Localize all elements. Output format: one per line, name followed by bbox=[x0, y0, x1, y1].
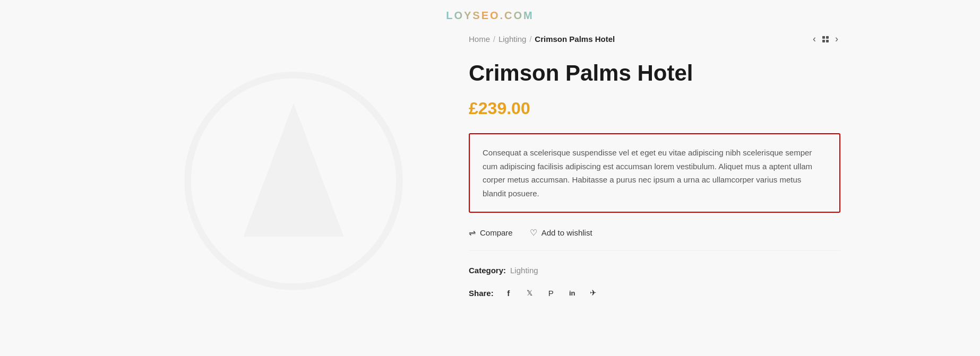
grid-dot-1 bbox=[822, 36, 825, 39]
breadcrumb-current: Crimson Palms Hotel bbox=[535, 34, 615, 44]
share-row: Share: f 𝕏 P in ✈ bbox=[469, 285, 840, 300]
product-placeholder-image bbox=[182, 70, 405, 292]
linkedin-share-icon[interactable]: in bbox=[565, 285, 580, 300]
grid-dot-2 bbox=[826, 36, 829, 39]
facebook-share-icon[interactable]: f bbox=[501, 285, 516, 300]
product-info: Home / Lighting / Crimson Palms Hotel ‹ … bbox=[448, 32, 840, 329]
description-box: Consequat a scelerisque suspendisse vel … bbox=[469, 133, 840, 213]
breadcrumb-category[interactable]: Lighting bbox=[498, 34, 527, 44]
compare-label: Compare bbox=[480, 228, 513, 237]
breadcrumb-sep1: / bbox=[493, 35, 495, 44]
compare-icon: ⇌ bbox=[469, 228, 476, 238]
telegram-share-icon[interactable]: ✈ bbox=[586, 285, 601, 300]
breadcrumb-home[interactable]: Home bbox=[469, 34, 490, 44]
product-image-area bbox=[140, 32, 448, 329]
grid-dot-4 bbox=[826, 40, 829, 42]
nav-arrows: ‹ › bbox=[811, 32, 840, 46]
action-buttons: ⇌ Compare ♡ Add to wishlist bbox=[469, 228, 840, 251]
category-link[interactable]: Lighting bbox=[510, 266, 538, 275]
product-title: Crimson Palms Hotel bbox=[469, 60, 840, 86]
nav-prev-button[interactable]: ‹ bbox=[811, 32, 818, 46]
site-logo[interactable]: LOYSEO.COM bbox=[446, 10, 534, 22]
pinterest-share-icon[interactable]: P bbox=[544, 285, 558, 300]
category-row: Category: Lighting bbox=[469, 266, 840, 275]
product-price: £239.00 bbox=[469, 99, 840, 118]
compare-button[interactable]: ⇌ Compare bbox=[469, 228, 513, 238]
product-description: Consequat a scelerisque suspendisse vel … bbox=[483, 146, 827, 200]
share-icons: f 𝕏 P in ✈ bbox=[501, 285, 601, 300]
nav-next-button[interactable]: › bbox=[833, 32, 840, 46]
breadcrumb-row: Home / Lighting / Crimson Palms Hotel ‹ … bbox=[469, 32, 840, 46]
breadcrumb-sep2: / bbox=[529, 35, 531, 44]
nav-grid-button[interactable] bbox=[822, 36, 829, 42]
breadcrumb: Home / Lighting / Crimson Palms Hotel bbox=[469, 34, 615, 44]
category-label: Category: bbox=[469, 266, 506, 275]
share-label: Share: bbox=[469, 289, 494, 298]
twitter-share-icon[interactable]: 𝕏 bbox=[522, 285, 537, 300]
svg-marker-1 bbox=[244, 103, 344, 237]
grid-dot-3 bbox=[822, 40, 825, 42]
heart-icon: ♡ bbox=[530, 228, 537, 238]
wishlist-button[interactable]: ♡ Add to wishlist bbox=[530, 228, 592, 238]
wishlist-label: Add to wishlist bbox=[541, 228, 592, 237]
